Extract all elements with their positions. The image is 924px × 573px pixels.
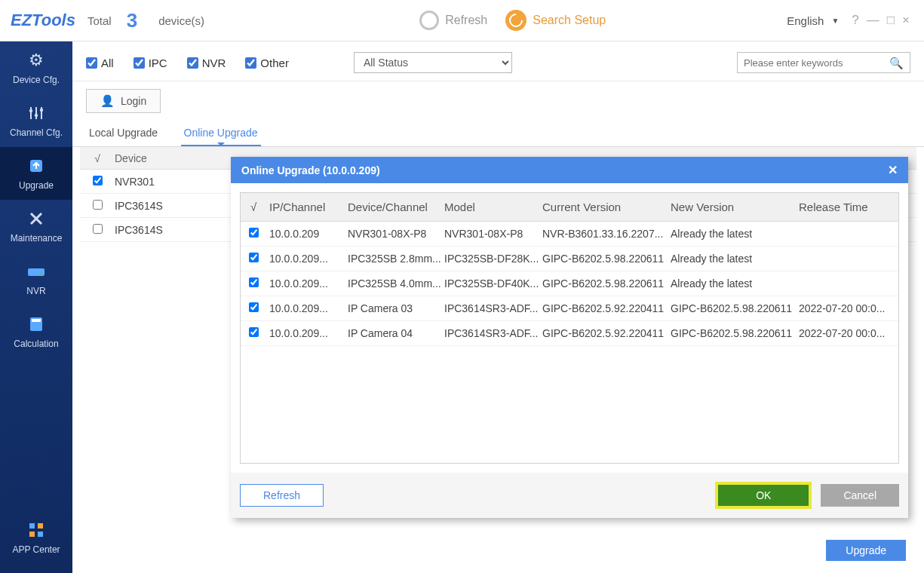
dialog-cancel-button[interactable]: Cancel: [821, 484, 899, 507]
cell-model: IPC3614SR3-ADF...: [444, 327, 542, 339]
col-current: Current Version: [542, 201, 671, 213]
dialog-overlay: Online Upgrade (10.0.0.209) ✕ √ IP/Chann…: [0, 0, 924, 573]
cell-model: IPC3614SR3-ADF...: [444, 302, 542, 314]
col-new: New Version: [671, 201, 799, 213]
cell-device: IP Camera 04: [348, 327, 444, 339]
cell-new: GIPC-B6202.5.98.220611: [671, 327, 799, 339]
col-check: √: [241, 201, 266, 213]
dialog-footer: Refresh OK Cancel: [231, 473, 908, 518]
cell-ip: 10.0.0.209...: [266, 327, 348, 339]
col-ip: IP/Channel: [266, 201, 348, 213]
cell-release: 2022-07-20 00:0...: [799, 302, 892, 314]
col-release: Release Time: [799, 201, 892, 213]
cell-ip: 10.0.0.209...: [266, 277, 348, 290]
dialog-ok-button[interactable]: OK: [718, 485, 809, 506]
cell-release: 2022-07-20 00:0...: [799, 327, 892, 339]
cell-ip: 10.0.0.209...: [266, 302, 348, 314]
online-upgrade-dialog: Online Upgrade (10.0.0.209) ✕ √ IP/Chann…: [231, 157, 908, 518]
row-checkbox[interactable]: [249, 327, 259, 337]
upgrade-table: √ IP/Channel Device/Channel Model Curren…: [240, 192, 899, 464]
cell-new: GIPC-B6202.5.98.220611: [671, 302, 799, 314]
cell-model: NVR301-08X-P8: [444, 228, 542, 240]
cell-device: NVR301-08X-P8: [348, 228, 444, 240]
dialog-close-button[interactable]: ✕: [888, 163, 898, 177]
row-checkbox[interactable]: [249, 228, 259, 237]
cell-current: GIPC-B6202.5.98.220611: [542, 277, 671, 290]
table-row[interactable]: 10.0.0.209...IP Camera 04IPC3614SR3-ADF.…: [241, 321, 898, 346]
dialog-title: Online Upgrade (10.0.0.209): [241, 164, 380, 176]
row-checkbox[interactable]: [249, 253, 259, 262]
cell-device: IPC325SB 4.0mm...: [348, 277, 444, 290]
cell-current: NVR-B3601.33.16.2207...: [542, 228, 671, 240]
dialog-title-bar: Online Upgrade (10.0.0.209) ✕: [231, 157, 908, 183]
table-row[interactable]: 10.0.0.209...IP Camera 03IPC3614SR3-ADF.…: [241, 296, 898, 321]
cell-device: IP Camera 03: [348, 302, 444, 314]
col-model: Model: [444, 201, 542, 213]
cell-ip: 10.0.0.209...: [266, 253, 348, 265]
cell-model: IPC325SB-DF40K...: [444, 277, 542, 290]
ok-highlight: OK: [715, 482, 812, 509]
cell-current: GIPC-B6202.5.92.220411: [542, 327, 671, 339]
cell-current: GIPC-B6202.5.98.220611: [542, 253, 671, 265]
table-row[interactable]: 10.0.0.209...IPC325SB 4.0mm...IPC325SB-D…: [241, 271, 898, 296]
cell-new: Already the latest: [671, 228, 799, 240]
row-checkbox[interactable]: [249, 302, 259, 312]
cell-new: Already the latest: [671, 277, 799, 290]
table-row[interactable]: 10.0.0.209...IPC325SB 2.8mm...IPC325SB-D…: [241, 247, 898, 271]
table-header: √ IP/Channel Device/Channel Model Curren…: [241, 193, 898, 222]
col-device: Device/Channel: [348, 201, 444, 213]
cell-model: IPC325SB-DF28K...: [444, 253, 542, 265]
cell-new: Already the latest: [671, 253, 799, 265]
cell-device: IPC325SB 2.8mm...: [348, 253, 444, 265]
table-row[interactable]: 10.0.0.209NVR301-08X-P8NVR301-08X-P8NVR-…: [241, 222, 898, 247]
dialog-refresh-button[interactable]: Refresh: [240, 484, 324, 507]
cell-ip: 10.0.0.209: [266, 228, 348, 240]
row-checkbox[interactable]: [249, 277, 259, 287]
cell-current: GIPC-B6202.5.92.220411: [542, 302, 671, 314]
